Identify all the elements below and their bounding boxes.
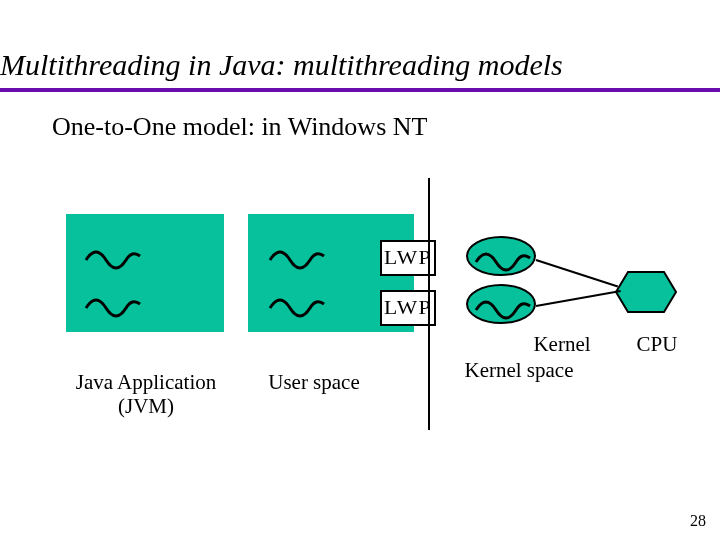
link-kthread1-cpu <box>536 259 618 287</box>
jvm-thread-1 <box>78 236 148 276</box>
label-user-space: User space <box>259 370 369 395</box>
thread-icon <box>78 284 148 324</box>
thread-icon <box>262 284 332 324</box>
user-thread-1 <box>262 236 332 276</box>
title-underline <box>0 88 720 92</box>
lwp-label: LWP <box>384 298 432 319</box>
slide-subtitle: One-to-One model: in Windows NT <box>52 112 427 142</box>
label-kernel: Kernel <box>522 332 602 357</box>
kernel-thread-1 <box>466 236 536 276</box>
svg-marker-0 <box>616 272 676 312</box>
lwp-label: LWP <box>384 248 432 269</box>
label-kernel-space: Kernel space <box>454 358 584 383</box>
thread-icon <box>78 236 148 276</box>
thread-icon <box>468 286 538 326</box>
thread-icon <box>262 236 332 276</box>
user-thread-2 <box>262 284 332 324</box>
hexagon-icon <box>614 270 678 314</box>
label-java-application: Java Application (JVM) <box>70 370 222 418</box>
user-kernel-divider <box>428 178 430 430</box>
link-kthread2-cpu <box>536 290 621 307</box>
kernel-thread-2 <box>466 284 536 324</box>
slide-title: Multithreading in Java: multithreading m… <box>0 48 720 82</box>
jvm-thread-2 <box>78 284 148 324</box>
label-cpu: CPU <box>632 332 682 357</box>
page-number: 28 <box>690 512 706 530</box>
cpu-hexagon <box>614 270 678 314</box>
thread-icon <box>468 238 538 278</box>
